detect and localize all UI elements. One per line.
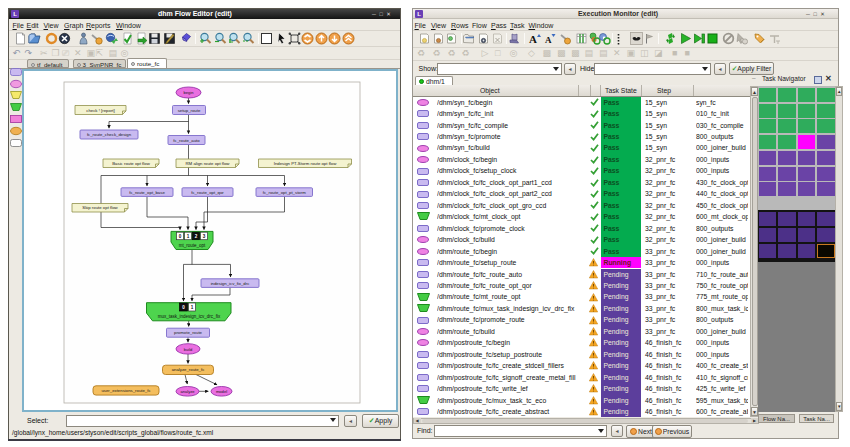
svg-text:build: build (184, 347, 193, 352)
svg-text:2: 2 (195, 234, 198, 239)
svg-text:3: 3 (203, 234, 206, 239)
svg-text:A: A (529, 33, 537, 45)
svg-text:analyze_route_fc: analyze_route_fc (172, 367, 206, 372)
svg-text:RM align route opt flow: RM align route opt flow (186, 161, 231, 166)
svg-text:mt_route_opt: mt_route_opt (179, 243, 206, 248)
svg-text:indesign_icv_fix_drc: indesign_icv_fix_drc (211, 281, 251, 286)
svg-text:A: A (545, 35, 552, 45)
svg-text:fc_route_opt_qor: fc_route_opt_qor (191, 190, 224, 195)
svg-text:0: 0 (179, 234, 182, 239)
svg-text:fc_route_opt_pt_storm: fc_route_opt_pt_storm (263, 190, 306, 195)
svg-text:fc_route_check_design: fc_route_check_design (87, 132, 132, 137)
svg-text:promote_route: promote_route (174, 330, 203, 335)
svg-text:model: model (216, 389, 227, 394)
svg-text:Indesign PT-Storm route opt fl: Indesign PT-Storm route opt flow (274, 161, 337, 166)
svg-text:1: 1 (187, 234, 190, 239)
svg-text:user_extensions_route_fc: user_extensions_route_fc (101, 388, 151, 393)
svg-text:begin: begin (183, 90, 194, 95)
svg-text:setup_route: setup_route (178, 108, 201, 113)
svg-text:fc_route_opt_base: fc_route_opt_base (129, 190, 165, 195)
svg-text:Basic route opt flow: Basic route opt flow (112, 161, 150, 166)
svg-text:Skip route opt flow: Skip route opt flow (82, 205, 118, 210)
svg-text:mux_task_indesign_icv_drc_fix: mux_task_indesign_icv_drc_fix (158, 314, 221, 319)
svg-text:check ! [report]: check ! [report] (86, 108, 114, 113)
svg-text:1: 1 (191, 305, 194, 310)
svg-text:fc_route_auto: fc_route_auto (173, 138, 200, 143)
svg-text:0: 0 (182, 305, 185, 310)
svg-text:analyze: analyze (180, 389, 195, 394)
